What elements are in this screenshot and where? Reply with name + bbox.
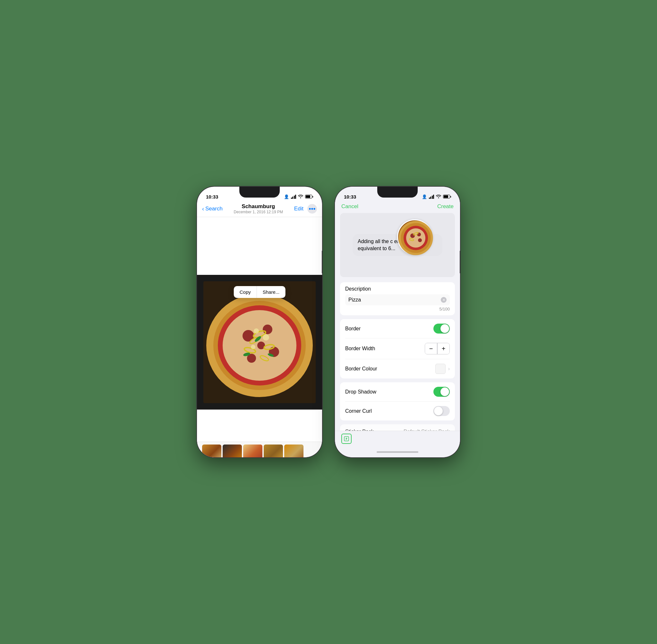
more-button[interactable]: •••	[307, 204, 317, 214]
notch-right	[377, 187, 418, 198]
copy-button[interactable]: Copy	[234, 286, 257, 298]
svg-point-20	[263, 334, 269, 341]
effects-section: Drop Shadow Corner Curl	[340, 382, 455, 420]
minus-button[interactable]: −	[425, 343, 437, 354]
signal-icon-left	[291, 195, 296, 199]
colour-chevron: ›	[448, 366, 450, 372]
phone2-screen: 10:33 👤	[335, 187, 460, 457]
thumbnail-3[interactable]	[243, 444, 263, 457]
battery-icon-left	[305, 195, 313, 199]
description-input-row: ✕	[345, 294, 450, 305]
create-button[interactable]: Create	[437, 203, 454, 210]
phone-right: 10:33 👤	[335, 187, 460, 457]
note-content-area	[197, 217, 322, 275]
colour-swatch[interactable]	[435, 364, 446, 374]
corner-curl-row: Corner Curl	[345, 401, 450, 420]
back-label[interactable]: Search	[205, 206, 223, 212]
drop-shadow-row: Drop Shadow	[345, 382, 450, 401]
border-toggle[interactable]	[433, 324, 450, 334]
nav-title-group: Schaumburg December 1, 2016 12:19 PM	[234, 203, 283, 214]
battery-icon-right	[443, 195, 451, 199]
preview-area: Adding all the c ette wheel will equival…	[340, 213, 455, 277]
border-width-stepper: − +	[425, 343, 450, 354]
nav-date: December 1, 2016 12:19 PM	[234, 210, 283, 214]
sticker-bottom-bar	[335, 431, 460, 446]
phone-left: 10:33 👤	[197, 187, 322, 457]
border-label: Border	[345, 326, 361, 331]
note-footer	[197, 410, 322, 442]
border-width-row: Border Width − +	[345, 338, 450, 359]
sticker-nav: Cancel Create	[335, 202, 460, 213]
thumbnail-1[interactable]	[202, 444, 221, 457]
svg-point-29	[410, 233, 415, 238]
edit-button[interactable]: Edit	[294, 206, 303, 212]
description-section: Description ✕ 5/100	[340, 282, 455, 315]
clear-button[interactable]: ✕	[441, 297, 447, 303]
border-colour-label: Border Colour	[345, 366, 377, 372]
time-left: 10:33	[206, 194, 218, 200]
more-icon: •••	[309, 206, 315, 212]
sticker-add-icon[interactable]	[341, 434, 352, 444]
thumbnail-4[interactable]	[264, 444, 283, 457]
context-menu: Copy Share...	[234, 286, 286, 298]
thumbnail-2[interactable]	[223, 444, 242, 457]
svg-point-19	[254, 328, 259, 334]
nav-actions: Edit •••	[294, 204, 317, 214]
description-group: Description ✕ 5/100	[345, 282, 450, 315]
cancel-button[interactable]: Cancel	[341, 203, 358, 210]
status-icons-left: 👤	[284, 194, 313, 199]
description-label: Description	[345, 286, 450, 292]
corner-curl-label: Corner Curl	[345, 408, 372, 414]
svg-point-7	[263, 325, 272, 334]
home-indicator-right	[335, 446, 460, 457]
svg-point-21	[251, 345, 255, 349]
border-colour-row: Border Colour ›	[345, 359, 450, 378]
wifi-icon-right	[436, 194, 441, 199]
thumbnail-strip	[197, 442, 322, 457]
description-input[interactable]	[348, 297, 441, 303]
share-button[interactable]: Share...	[257, 286, 286, 298]
svg-point-28	[406, 228, 425, 248]
drop-shadow-toggle[interactable]	[433, 387, 450, 397]
plus-button[interactable]: +	[437, 343, 449, 354]
sticker-preview	[397, 220, 432, 255]
wifi-icon-left	[298, 194, 303, 199]
phone1-screen: 10:33 👤	[197, 187, 322, 457]
border-section: Border Border Width − + Border Colour ›	[340, 319, 455, 378]
back-button[interactable]: ‹ Search	[202, 206, 223, 212]
char-count: 5/100	[345, 306, 450, 312]
colour-picker-row: ›	[435, 364, 450, 374]
thumbnail-5[interactable]	[284, 444, 303, 457]
person-icon-right: 👤	[422, 194, 427, 199]
border-toggle-knob	[440, 324, 449, 333]
status-icons-right: 👤	[422, 194, 451, 199]
drop-shadow-knob	[440, 387, 449, 396]
nav-title: Schaumburg	[234, 203, 283, 210]
svg-point-31	[418, 238, 422, 242]
home-bar-right	[377, 451, 418, 453]
svg-point-30	[417, 232, 421, 236]
person-icon-left: 👤	[284, 194, 289, 199]
border-width-label: Border Width	[345, 346, 375, 351]
nav-bar-left: ‹ Search Schaumburg December 1, 2016 12:…	[197, 202, 322, 217]
corner-curl-knob	[434, 407, 443, 415]
border-row: Border	[345, 319, 450, 338]
back-chevron: ‹	[202, 206, 204, 212]
drop-shadow-label: Drop Shadow	[345, 389, 376, 395]
signal-icon-right	[429, 195, 434, 199]
notch-left	[239, 187, 280, 198]
time-right: 10:33	[344, 194, 356, 200]
corner-curl-toggle[interactable]	[433, 406, 450, 416]
clear-icon: ✕	[443, 298, 445, 302]
